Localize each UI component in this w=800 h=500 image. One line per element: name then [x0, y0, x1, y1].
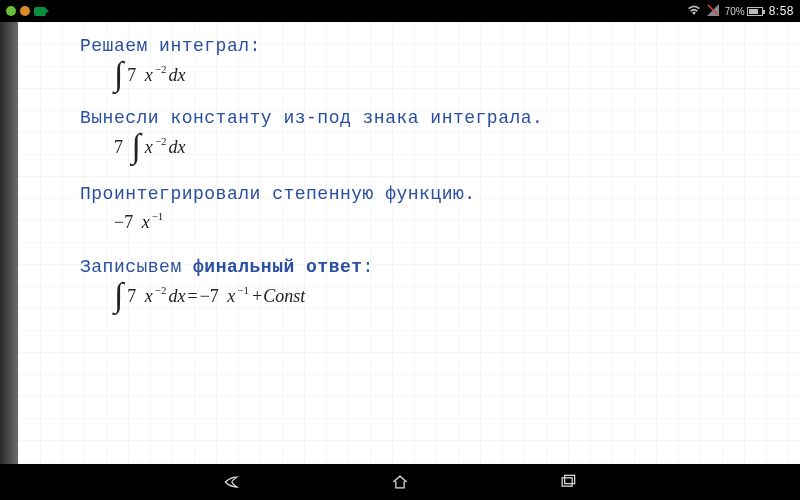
recent-apps-button[interactable] — [554, 471, 582, 493]
math-exp: −1 — [237, 284, 249, 296]
math-expression: 7 ∫ x−2 dx — [114, 136, 800, 160]
math-coef: 7 — [127, 286, 136, 307]
integral-icon: ∫ — [132, 134, 141, 158]
status-bar-left — [6, 6, 46, 16]
integral-icon: ∫ — [114, 283, 123, 307]
math-exp: −2 — [155, 63, 167, 75]
back-button[interactable] — [218, 471, 246, 493]
clock: 8:58 — [769, 4, 794, 18]
math-dx: dx — [169, 65, 186, 86]
wifi-icon — [687, 4, 701, 18]
math-var: x — [142, 212, 150, 233]
math-eq: = — [188, 286, 198, 307]
battery-indicator: 70% — [725, 6, 763, 17]
navigation-bar — [0, 464, 800, 500]
tablet-frame: 70% 8:58 Решаем интеграл: ∫ 7 x−2 dx Вын… — [0, 0, 800, 500]
math-var: x — [145, 65, 153, 86]
math-dx: dx — [169, 137, 186, 158]
math-coef: −7 — [114, 212, 133, 233]
step-heading: Вынесли константу из-под знака интеграла… — [80, 108, 800, 128]
notification-dot-icon — [6, 6, 16, 16]
math-exp: −2 — [155, 284, 167, 296]
math-coef: −7 — [200, 286, 219, 307]
notification-dot-icon — [20, 6, 30, 16]
camera-icon — [34, 7, 46, 16]
page-shadow — [0, 22, 18, 464]
text-prefix: Записывем — [80, 257, 193, 277]
math-exp: −1 — [152, 210, 164, 222]
math-dx: dx — [169, 286, 186, 307]
battery-percent: 70% — [725, 6, 745, 17]
svg-rect-1 — [562, 478, 572, 486]
status-bar: 70% 8:58 — [0, 0, 800, 22]
math-const: +Const — [251, 286, 305, 307]
math-var: x — [145, 286, 153, 307]
math-coef: 7 — [127, 65, 136, 86]
math-expression: −7 x−1 — [114, 212, 800, 233]
math-expression: ∫ 7 x−2 dx = −7 x−1 +Const — [114, 285, 800, 309]
document-body: Решаем интеграл: ∫ 7 x−2 dx Вынесли конс… — [18, 22, 800, 308]
text-bold: финальный ответ — [193, 257, 363, 277]
step-heading: Решаем интеграл: — [80, 36, 800, 56]
status-bar-right: 70% 8:58 — [687, 4, 794, 19]
battery-icon — [747, 7, 763, 16]
home-button[interactable] — [386, 471, 414, 493]
step-heading: Проинтегрировали степенную функцию. — [80, 184, 800, 204]
math-var: x — [145, 137, 153, 158]
math-coef: 7 — [114, 137, 123, 158]
svg-rect-2 — [565, 475, 575, 483]
math-exp: −2 — [155, 135, 167, 147]
signal-icon — [707, 4, 719, 19]
math-expression: ∫ 7 x−2 dx — [114, 64, 800, 88]
math-var: x — [227, 286, 235, 307]
document-page[interactable]: Решаем интеграл: ∫ 7 x−2 dx Вынесли конс… — [18, 22, 800, 464]
content-area: Решаем интеграл: ∫ 7 x−2 dx Вынесли конс… — [0, 22, 800, 464]
text-suffix: : — [363, 257, 374, 277]
integral-icon: ∫ — [114, 62, 123, 86]
step-heading: Записывем финальный ответ: — [80, 257, 800, 277]
